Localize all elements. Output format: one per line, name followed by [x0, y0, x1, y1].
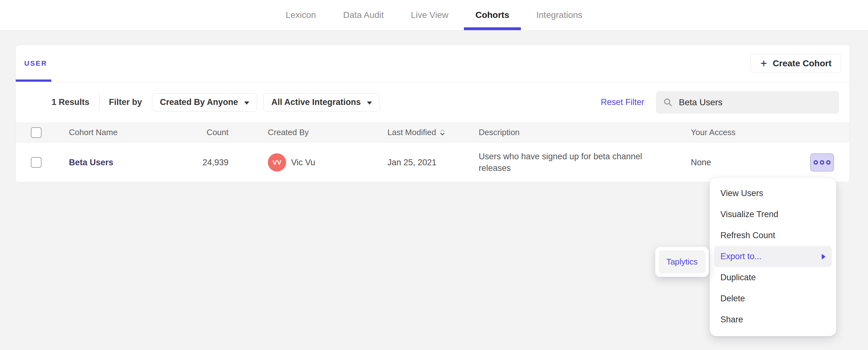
table-row: Beta Users 24,939 VV Vic Vu Jan 25, 2021… — [16, 142, 849, 182]
cohorts-panel: USER + Create Cohort 1 Results Filter by… — [16, 45, 850, 182]
integrations-dropdown[interactable]: All Active Integrations — [264, 93, 380, 111]
sort-icon[interactable] — [440, 129, 445, 136]
submenu-arrow-icon — [822, 254, 826, 259]
dot-icon — [820, 160, 824, 165]
last-modified-date: Jan 25, 2021 — [388, 158, 479, 168]
column-header-last-modified[interactable]: Last Modified — [388, 128, 479, 137]
column-header-count[interactable]: Count — [157, 128, 228, 137]
tab-data-audit[interactable]: Data Audit — [343, 0, 384, 30]
menu-item-share[interactable]: Share — [714, 309, 832, 330]
search-box[interactable] — [656, 91, 839, 114]
avatar: VV — [268, 153, 286, 172]
tab-cohorts[interactable]: Cohorts — [475, 0, 509, 30]
caret-down-icon — [367, 102, 372, 105]
context-menu: View Users Visualize Trend Refresh Count… — [710, 178, 836, 336]
panel-header: USER + Create Cohort — [16, 45, 849, 82]
tab-user[interactable]: USER — [24, 59, 47, 68]
search-icon — [663, 97, 673, 107]
select-all-checkbox[interactable] — [31, 127, 41, 138]
export-submenu: Taplytics — [655, 247, 709, 277]
vertical-divider — [99, 94, 99, 111]
created-by-name: Vic Vu — [291, 158, 315, 168]
last-modified-label: Last Modified — [388, 128, 436, 137]
create-cohort-label: Create Cohort — [773, 59, 832, 69]
nav-tabs: Lexicon Data Audit Live View Cohorts Int… — [286, 0, 583, 30]
tab-lexicon[interactable]: Lexicon — [286, 0, 316, 30]
cohort-name-link[interactable]: Beta Users — [69, 158, 113, 167]
dot-icon — [826, 160, 831, 165]
top-nav: Lexicon Data Audit Live View Cohorts Int… — [0, 0, 868, 31]
filter-by-label: Filter by — [109, 97, 142, 107]
created-by-dropdown-value: Created By Anyone — [160, 97, 238, 107]
search-input[interactable] — [679, 97, 832, 107]
export-to-label: Export to... — [720, 252, 762, 261]
menu-item-export-to[interactable]: Export to... — [714, 246, 832, 267]
column-header-created-by[interactable]: Created By — [228, 128, 388, 137]
menu-item-refresh-count[interactable]: Refresh Count — [714, 225, 832, 246]
reset-filter-link[interactable]: Reset Filter — [601, 97, 644, 107]
row-actions-button[interactable] — [810, 153, 834, 172]
integrations-dropdown-value: All Active Integrations — [271, 97, 361, 107]
menu-item-view-users[interactable]: View Users — [714, 183, 832, 204]
submenu-item-taplytics[interactable]: Taplytics — [659, 250, 705, 273]
access-value: None — [691, 158, 793, 168]
menu-item-delete[interactable]: Delete — [714, 288, 832, 309]
results-count: 1 Results — [52, 97, 89, 107]
cohorts-page: Lexicon Data Audit Live View Cohorts Int… — [0, 0, 868, 350]
dot-icon — [813, 160, 818, 165]
row-checkbox[interactable] — [31, 157, 41, 168]
menu-item-duplicate[interactable]: Duplicate — [714, 267, 832, 288]
caret-down-icon — [244, 102, 249, 105]
tab-integrations[interactable]: Integrations — [536, 0, 582, 30]
cohort-count: 24,939 — [157, 158, 228, 168]
column-header-cohort-name[interactable]: Cohort Name — [54, 128, 157, 137]
created-by-dropdown[interactable]: Created By Anyone — [152, 93, 257, 111]
table-header: Cohort Name Count Created By Last Modifi… — [16, 123, 849, 142]
tab-live-view[interactable]: Live View — [411, 0, 448, 30]
menu-item-visualize-trend[interactable]: Visualize Trend — [714, 204, 832, 225]
column-header-description: Description — [479, 128, 691, 137]
column-header-your-access: Your Access — [691, 128, 793, 137]
create-cohort-button[interactable]: + Create Cohort — [751, 54, 841, 73]
cohort-description: Users who have signed up for beta channe… — [479, 151, 661, 174]
plus-icon: + — [761, 58, 767, 69]
filter-bar: 1 Results Filter by Created By Anyone Al… — [16, 82, 849, 123]
